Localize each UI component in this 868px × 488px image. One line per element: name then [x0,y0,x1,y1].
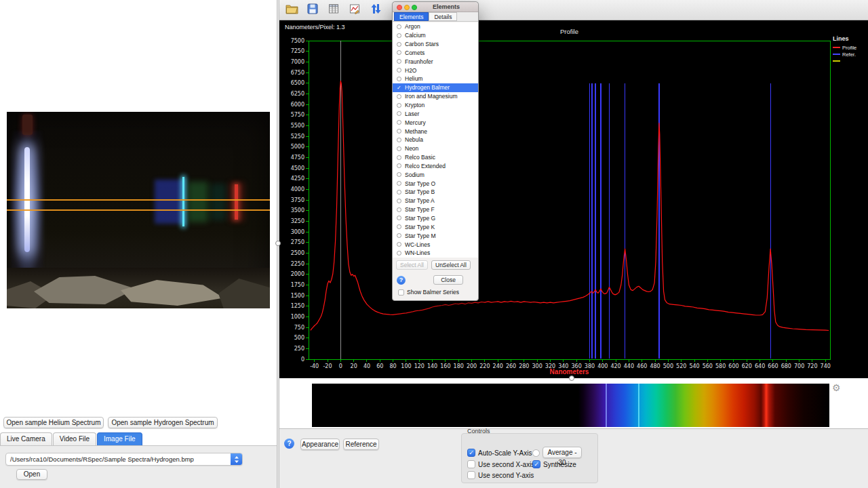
zoom-window-button[interactable] [412,5,417,10]
svg-text:1250: 1250 [291,303,304,309]
synthesize-label: Synthesize [543,461,576,468]
show-balmer-label: Show Balmer Series [407,289,459,296]
minimize-window-button[interactable] [404,5,410,10]
open-hydrogen-sample-button[interactable]: Open sample Hydrogen Spectrum [108,417,218,428]
tab-image-file[interactable]: Image File [97,432,142,445]
element-item-star-type-b[interactable]: Star Type B [393,188,478,197]
element-item-relco-basic[interactable]: Relco Basic [393,153,478,162]
select-all-button[interactable]: Select All [396,260,428,270]
element-item-label: H2O [405,67,416,74]
elements-window-titlebar[interactable]: Elements [393,2,478,12]
element-item-h2o[interactable]: H2O [393,66,478,75]
element-item-nebula[interactable]: Nebula [393,136,478,144]
open-file-button[interactable] [284,2,299,18]
element-item-label: Hydrogen Balmer [405,84,450,91]
data-table-button[interactable] [326,2,341,18]
element-item-label: Relco Extended [405,163,446,169]
svg-text:4750: 4750 [291,155,304,161]
element-item-argon[interactable]: Argon [393,22,478,31]
element-item-neon[interactable]: Neon [393,144,478,153]
radio-circle-icon [397,172,401,177]
element-item-calcium[interactable]: Calcium [393,31,478,40]
svg-text:2250: 2250 [291,261,304,267]
help-icon[interactable]: ? [397,276,406,285]
element-item-star-type-m[interactable]: Star Type M [393,231,478,240]
show-balmer-checkbox[interactable] [398,289,404,296]
radio-circle-icon [397,163,401,168]
element-item-star-type-g[interactable]: Star Type G [393,214,478,223]
close-button[interactable]: Close [433,275,463,285]
element-item-laser[interactable]: Laser [393,109,478,118]
radio-circle-icon [397,242,401,247]
spectrum-green-patch [188,182,208,222]
radio-circle-icon [397,42,401,47]
splitter-handle[interactable] [275,241,281,246]
gear-icon[interactable]: ⚙ [832,382,841,393]
svg-text:7250: 7250 [291,48,304,54]
element-item-comets[interactable]: Comets [393,49,478,58]
element-item-star-type-f[interactable]: Star Type F [393,205,478,214]
element-item-label: Star Type K [405,224,435,230]
tab-video-file[interactable]: Video File [53,432,96,445]
legend-entry-profile: Profile [833,44,867,51]
svg-text:750: 750 [294,325,304,331]
save-button[interactable] [305,2,320,18]
element-item-relco-extended[interactable]: Relco Extended [393,162,478,171]
element-item-star-type-o[interactable]: Star Type O [393,179,478,188]
measurement-region-line-bottom[interactable] [7,209,270,211]
element-item-mercury[interactable]: Mercury [393,118,478,127]
spectrum-red-line [235,184,238,220]
edit-plot-button[interactable] [347,2,362,18]
element-item-star-type-k[interactable]: Star Type K [393,222,478,231]
open-file-button[interactable]: Open [16,469,47,480]
radio-circle-icon [397,77,401,81]
chart-splitter-handle[interactable] [569,375,574,381]
camera-image [7,112,270,308]
svg-text:7000: 7000 [291,59,304,65]
element-item-wc-lines[interactable]: WC-Lines [393,240,478,249]
average-checkbox[interactable] [532,449,540,457]
element-item-krypton[interactable]: Krypton [393,101,478,110]
radio-circle-icon [397,233,401,238]
element-item-helium[interactable]: Helium [393,75,478,83]
image-panel: Open sample Helium Spectrum Open sample … [0,0,277,488]
second-y-axis-checkbox[interactable] [467,471,475,479]
tab-details[interactable]: Details [429,12,457,21]
tab-live-camera[interactable]: Live Camera [0,432,52,445]
close-window-button[interactable] [397,5,402,10]
auto-scale-y-checkbox[interactable]: ✓ [467,449,475,457]
element-item-iron-and-magnesium[interactable]: Iron and Magnesium [393,92,478,101]
open-helium-sample-button[interactable]: Open sample Helium Spectrum [3,417,104,428]
measurement-region-line-top[interactable] [7,199,270,201]
radio-circle-icon [397,120,401,125]
average-button[interactable]: Average - 30 [542,447,582,458]
element-item-sodium[interactable]: Sodium [393,170,478,179]
unselect-all-button[interactable]: UnSelect All [431,260,471,270]
paper [121,280,224,306]
radio-circle-icon [397,155,401,160]
appearance-button[interactable]: Appearance [300,439,340,450]
synthesize-checkbox[interactable]: ✓ [532,460,540,468]
radio-circle-icon [397,199,401,203]
help-icon[interactable]: ? [284,439,294,449]
element-item-fraunhofer[interactable]: Fraunhofer [393,57,478,66]
element-item-wn-lines[interactable]: WN-Lines [393,249,478,258]
radio-circle-icon [397,111,401,116]
element-item-methane[interactable]: Methane [393,127,478,136]
legend-swatch [833,47,840,48]
bottom-controls: ? Appearance Reference Controls ✓ Auto-S… [279,428,868,488]
svg-text:1500: 1500 [291,293,304,299]
emission-line [638,384,639,427]
element-item-hydrogen-balmer[interactable]: ✓Hydrogen Balmer [393,83,478,92]
second-x-axis-checkbox[interactable] [467,460,475,468]
element-item-star-type-a[interactable]: Star Type A [393,197,478,205]
file-path-select[interactable]: /Users/rca10/Documents/RSpec/Sample Spec… [5,453,243,466]
rspec-app: Open sample Helium Spectrum Open sample … [0,0,868,488]
sync-axes-button[interactable] [368,2,383,18]
combo-arrows-icon [231,453,242,465]
radio-circle-icon [397,181,401,186]
profile-plot[interactable]: 0250500750100012501500175020002250250027… [279,20,868,378]
tab-elements[interactable]: Elements [394,12,429,21]
element-item-carbon-stars[interactable]: Carbon Stars [393,40,478,49]
reference-button[interactable]: Reference [343,439,379,450]
